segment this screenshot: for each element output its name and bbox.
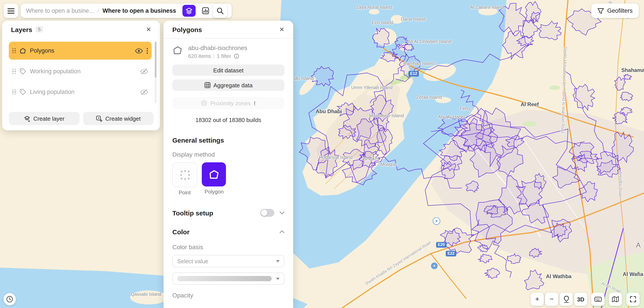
dataset-filters-count: 1 filter [217,53,231,59]
tooltip-toggle[interactable] [260,209,274,217]
info-icon[interactable] [234,53,239,59]
color-ramp-select[interactable] [172,273,284,285]
color-section-label: Color [172,228,190,236]
display-method-point-tile[interactable] [172,162,198,187]
history-button[interactable] [4,293,16,305]
pin-icon [563,296,569,303]
tooltip-setup-label: Tooltip setup [172,209,213,216]
polygon-tile-label: Polygon [202,189,226,195]
create-layer-label: Create layer [34,115,64,122]
general-settings-title: General settings [172,137,284,144]
closed-road-icon: ✕ [433,217,440,225]
3d-toggle-button[interactable]: 3D [574,293,587,306]
layers-scrollbar-thumb[interactable] [155,42,156,78]
proximity-zones-label: Proximity zones [210,100,251,106]
drag-handle-icon[interactable] [12,69,16,74]
dataset-name: abu-dhabi-isochrones [188,44,247,51]
breadcrumb-bar: Where to open a busine... / Where to ope… [21,3,232,18]
color-chevron-up-icon[interactable] [280,230,284,233]
search-icon [216,7,224,14]
layers-toggle-button[interactable] [182,5,196,17]
breadcrumb-parent[interactable]: Where to open a busine... [26,7,94,14]
measure-button[interactable] [560,293,573,306]
display-method-label: Display method [172,151,284,158]
proximity-zones-icon [201,100,207,106]
dataset-items-count: 620 items [188,53,211,59]
display-method-polygon-tile[interactable] [202,162,226,186]
hamburger-icon [7,8,14,14]
layer-row-working-population[interactable]: Working population [9,62,152,80]
widgets-button[interactable] [199,5,212,17]
edit-dataset-button[interactable]: Edit dataset [172,64,284,76]
keyboard-icon [594,297,602,302]
select-caret-icon [276,260,280,262]
create-layer-button[interactable]: Create layer [9,112,79,125]
clock-icon [6,296,13,303]
dataset-polygon-icon [172,45,183,56]
polygon-shape-icon [208,169,220,180]
layers-panel: Layers 5 ✕ Polygons [2,21,160,130]
basemap-button[interactable] [609,293,622,306]
layer-label: Working population [30,68,81,75]
layers-icon [185,7,192,14]
layers-panel-footer: Create layer Create widget [2,107,160,130]
3d-label: 3D [577,296,584,303]
visibility-on-icon[interactable] [135,48,143,53]
color-basis-placeholder: Select value [177,258,208,264]
layers-panel-title: Layers [11,26,32,33]
color-basis-label: Color basis [172,244,284,251]
layer-kebab-icon[interactable] [146,48,148,54]
layer-label: Polygons [30,47,54,54]
polygons-close-button[interactable]: ✕ [276,24,287,35]
drag-handle-icon[interactable] [12,90,16,95]
layer-row-polygons[interactable]: Polygons [9,42,152,60]
point-dots-icon [180,169,190,180]
aggregate-grid-icon [204,82,210,88]
airport-icon: ✈ [431,263,438,269]
map-icon [612,296,619,302]
app: Zaya Nurai IslandAl Zabara IslandDana Is… [0,0,644,308]
create-widget-label: Create widget [105,115,140,122]
polygons-panel-title: Polygons [172,26,202,33]
color-basis-select[interactable]: Select value [172,255,284,267]
point-tile-label: Point [172,189,197,196]
geofilters-label: Geofilters [607,7,632,14]
minus-icon: − [550,295,554,303]
polygons-panel: Polygons ✕ abu-dhabi-isochrones 620 item… [164,21,293,308]
proximity-warning-icon: ! [254,100,256,106]
filter-icon [598,8,604,14]
keyboard-shortcuts-button[interactable] [591,293,604,306]
visibility-off-icon[interactable] [140,89,148,95]
zoom-in-button[interactable]: + [530,293,544,306]
layers-count-badge: 5 [36,26,43,32]
drag-handle-icon[interactable] [12,48,16,53]
proximity-zones-button[interactable]: Proximity zones ! [172,97,284,109]
geofilters-button[interactable]: Geofilters [591,3,639,18]
tooltip-chevron-down-icon[interactable] [280,211,284,214]
polygon-layer-icon [19,47,26,54]
menu-button[interactable] [4,3,18,18]
layer-label: Living population [30,89,74,95]
layers-panel-header: Layers 5 ✕ [2,21,160,38]
fullscreen-button[interactable] [626,293,640,306]
breadcrumb-separator: / [97,7,99,14]
opacity-label: Opacity [172,292,284,299]
polygons-panel-header: Polygons ✕ [164,21,293,38]
create-widget-icon [96,115,102,122]
layer-row-living-population[interactable]: Living population [9,83,152,101]
aggregate-data-label: Aggregate data [214,82,252,88]
visibility-off-icon[interactable] [140,68,148,74]
create-widget-button[interactable]: Create widget [83,112,154,125]
tag-layer-icon [19,68,26,75]
builds-status: 18302 out of 18380 builds [172,117,284,123]
breadcrumb-current: Where to open a business [102,7,176,14]
tag-layer-icon [19,88,26,95]
layers-close-button[interactable]: ✕ [143,24,154,35]
search-button[interactable] [213,3,227,18]
fullscreen-icon [630,296,636,302]
select-caret-icon [276,278,280,280]
zoom-out-button[interactable]: − [545,293,558,306]
aggregate-data-button[interactable]: Aggregate data [172,79,284,91]
color-ramp-preview [177,276,272,281]
dataset-row: abu-dhabi-isochrones 620 items 1 filter [172,44,284,59]
